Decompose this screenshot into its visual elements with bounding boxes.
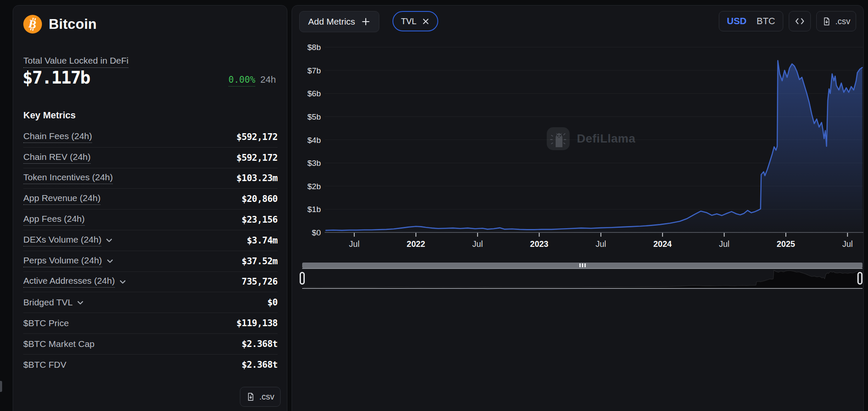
svg-text:$0: $0 bbox=[312, 228, 321, 237]
metric-label[interactable]: Perps Volume (24h) bbox=[23, 255, 114, 267]
metric-value: $592,172 bbox=[236, 132, 278, 142]
metric-label-text: App Revenue (24h) bbox=[23, 193, 100, 205]
metric-value: $37.52m bbox=[242, 256, 278, 266]
key-metrics-title: Key Metrics bbox=[23, 110, 76, 121]
brush-grip-icon[interactable] bbox=[579, 263, 586, 267]
metric-label[interactable]: Chain REV (24h) bbox=[23, 152, 91, 164]
svg-text:Jul: Jul bbox=[719, 239, 729, 249]
svg-text:$3b: $3b bbox=[307, 159, 321, 168]
metric-label-text: Chain Fees (24h) bbox=[23, 131, 92, 143]
metric-label[interactable]: Chain Fees (24h) bbox=[23, 131, 92, 143]
svg-text:2022: 2022 bbox=[407, 239, 426, 249]
metric-label-text: $BTC FDV bbox=[23, 360, 67, 370]
svg-text:Jul: Jul bbox=[842, 239, 853, 249]
metric-row: DEXs Volume (24h)$3.74m bbox=[23, 230, 278, 251]
coin-summary-panel: B Bitcoin Total Value Locked in DeFi $7.… bbox=[13, 5, 287, 411]
metric-value: $2.368t bbox=[242, 339, 278, 349]
brush-handle-right[interactable] bbox=[857, 272, 862, 285]
brush-drag-bar[interactable] bbox=[302, 263, 862, 268]
download-file-icon bbox=[246, 392, 255, 401]
metric-value: $23,156 bbox=[242, 215, 278, 225]
metric-label-text: App Fees (24h) bbox=[23, 214, 85, 226]
metric-value: $119,138 bbox=[236, 318, 278, 328]
metric-row: Token Incentives (24h)$103.23m bbox=[23, 168, 278, 189]
metric-label-text: $BTC Market Cap bbox=[23, 339, 95, 349]
metric-label[interactable]: App Fees (24h) bbox=[23, 214, 85, 226]
svg-text:$5b: $5b bbox=[307, 112, 321, 121]
metric-label[interactable]: DEXs Volume (24h) bbox=[23, 235, 113, 246]
coin-header: B Bitcoin bbox=[23, 15, 97, 34]
metric-label: $BTC Market Cap bbox=[23, 339, 95, 349]
metric-label-text: DEXs Volume (24h) bbox=[23, 235, 101, 246]
metric-value: 735,726 bbox=[242, 277, 278, 287]
svg-text:$6b: $6b bbox=[307, 89, 321, 98]
metric-row: Active Addresses (24h)735,726 bbox=[23, 272, 278, 293]
metric-label-text: Chain REV (24h) bbox=[23, 152, 91, 164]
chevron-down-icon[interactable] bbox=[106, 257, 114, 265]
tvl-change-period: 24h bbox=[260, 74, 276, 85]
metric-value: $20,860 bbox=[242, 194, 278, 204]
metric-row: $BTC Price$119,138 bbox=[23, 313, 278, 334]
metric-label: $BTC Price bbox=[23, 318, 69, 328]
svg-text:Jul: Jul bbox=[349, 239, 359, 249]
metric-row: Chain Fees (24h)$592,172 bbox=[23, 127, 278, 148]
metric-label[interactable]: Active Addresses (24h) bbox=[23, 276, 127, 288]
svg-text:$7b: $7b bbox=[307, 66, 321, 75]
metric-label[interactable]: Bridged TVL bbox=[23, 297, 84, 308]
metric-row: App Revenue (24h)$20,860 bbox=[23, 189, 278, 210]
tvl-change: 0.00% 24h bbox=[228, 74, 276, 87]
svg-text:2023: 2023 bbox=[530, 239, 549, 249]
tvl-value: $7.117b bbox=[22, 67, 90, 88]
metric-value: $0 bbox=[267, 297, 278, 308]
metric-label-text: Token Incentives (24h) bbox=[23, 172, 113, 184]
tvl-definition-term[interactable]: Total Value Locked in DeFi bbox=[23, 56, 128, 68]
metric-value: $3.74m bbox=[247, 235, 278, 246]
chevron-down-icon[interactable] bbox=[76, 299, 84, 307]
svg-text:2025: 2025 bbox=[776, 239, 795, 249]
metric-label-text: Bridged TVL bbox=[23, 297, 72, 308]
page-title: Bitcoin bbox=[49, 16, 97, 32]
metric-value: $2.368t bbox=[242, 360, 278, 370]
metric-row: App Fees (24h)$23,156 bbox=[23, 210, 278, 230]
metric-row: Perps Volume (24h)$37.52m bbox=[23, 251, 278, 272]
svg-text:$4b: $4b bbox=[307, 136, 321, 145]
metric-value: $592,172 bbox=[236, 153, 278, 163]
metric-row: $BTC FDV$2.368t bbox=[23, 355, 278, 375]
tvl-area-chart[interactable]: $0$1b$2b$3b$4b$5b$6b$7b$8bJul2022Jul2023… bbox=[292, 6, 864, 260]
csv-button-label: .csv bbox=[259, 392, 275, 402]
svg-text:$2b: $2b bbox=[307, 182, 321, 191]
chevron-down-icon[interactable] bbox=[119, 278, 127, 286]
metric-label: $BTC FDV bbox=[23, 360, 67, 370]
metric-row: Chain REV (24h)$592,172 bbox=[23, 148, 278, 168]
svg-text:Jul: Jul bbox=[595, 239, 606, 249]
brush-handle-left[interactable] bbox=[300, 272, 305, 285]
tvl-change-percent[interactable]: 0.00% bbox=[228, 75, 255, 87]
svg-text:$8b: $8b bbox=[307, 43, 321, 52]
metric-label-text: $BTC Price bbox=[23, 318, 69, 328]
chevron-down-icon[interactable] bbox=[105, 236, 113, 244]
page-scrollbar-fragment[interactable] bbox=[0, 381, 2, 392]
brush-minimap-chart bbox=[302, 269, 862, 288]
svg-text:Jul: Jul bbox=[472, 239, 483, 249]
metric-row: $BTC Market Cap$2.368t bbox=[23, 334, 278, 355]
metric-label-text: Active Addresses (24h) bbox=[23, 276, 115, 288]
svg-text:2024: 2024 bbox=[654, 239, 672, 249]
metric-value: $103.23m bbox=[236, 173, 278, 183]
brush-minimap[interactable] bbox=[302, 268, 862, 289]
metric-label-text: Perps Volume (24h) bbox=[23, 255, 102, 267]
metric-row: Bridged TVL$0 bbox=[23, 292, 278, 313]
chart-panel: Add Metrics TVL USD BTC .csv bbox=[292, 5, 864, 411]
download-csv-button[interactable]: .csv bbox=[240, 387, 281, 407]
bitcoin-icon: B bbox=[23, 15, 42, 34]
key-metrics-list: Chain Fees (24h)$592,172Chain REV (24h)$… bbox=[23, 127, 278, 375]
metric-label[interactable]: Token Incentives (24h) bbox=[23, 172, 113, 184]
metric-label[interactable]: App Revenue (24h) bbox=[23, 193, 100, 205]
svg-text:$1b: $1b bbox=[307, 205, 321, 214]
bitcoin-icon-glyph: B bbox=[23, 15, 42, 34]
